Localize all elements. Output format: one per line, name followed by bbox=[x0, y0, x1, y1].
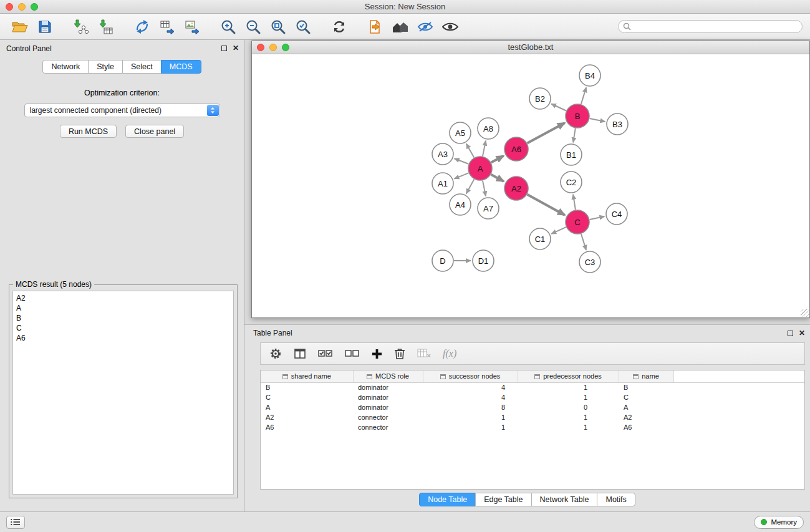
table-row[interactable]: A6connector11A6 bbox=[261, 422, 804, 432]
graph-node-D[interactable]: D bbox=[432, 250, 453, 271]
graph-node-A5[interactable]: A5 bbox=[450, 122, 471, 143]
close-table-panel-icon[interactable]: ✕ bbox=[799, 329, 805, 337]
refresh-button[interactable] bbox=[327, 17, 352, 37]
show-panels-button[interactable] bbox=[6, 516, 25, 529]
zoom-in-button[interactable] bbox=[216, 17, 241, 37]
delete-column-button[interactable] bbox=[394, 347, 405, 360]
delete-table-button[interactable] bbox=[417, 349, 431, 359]
close-panel-icon[interactable]: ✕ bbox=[233, 44, 239, 52]
mcds-result-item[interactable]: A bbox=[16, 303, 233, 313]
home-button[interactable] bbox=[388, 17, 413, 37]
graph-node-B2[interactable]: B2 bbox=[529, 88, 551, 109]
criterion-select[interactable]: largest connected component (directed) bbox=[24, 104, 220, 117]
minimize-window-button[interactable] bbox=[18, 3, 26, 11]
zoom-window-button[interactable] bbox=[31, 3, 38, 11]
export-image-button[interactable] bbox=[180, 17, 205, 37]
run-mcds-button[interactable]: Run MCDS bbox=[60, 125, 117, 138]
edge-A-A3[interactable] bbox=[455, 158, 469, 164]
import-table-button[interactable] bbox=[94, 17, 118, 37]
edge-A2-C[interactable] bbox=[528, 195, 565, 215]
table-row[interactable]: Cdominator41C bbox=[261, 392, 804, 402]
save-session-button[interactable] bbox=[32, 17, 57, 37]
table-row[interactable]: A2connector11A2 bbox=[261, 412, 804, 422]
zoom-fit-button[interactable] bbox=[266, 17, 291, 37]
table-row[interactable]: Bdominator41B bbox=[261, 382, 804, 392]
edge-A-A5[interactable] bbox=[466, 143, 474, 157]
column-header-predecessor-nodes[interactable]: predecessor nodes bbox=[518, 370, 619, 382]
network-close-button[interactable] bbox=[257, 44, 264, 51]
tab-select[interactable]: Select bbox=[122, 60, 162, 74]
function-builder-button[interactable]: f(x) bbox=[443, 348, 456, 359]
edge-A-A6[interactable] bbox=[491, 156, 504, 163]
graph-node-C3[interactable]: C3 bbox=[579, 251, 600, 273]
edge-A-A1[interactable] bbox=[455, 173, 469, 178]
edge-A6-B[interactable] bbox=[528, 123, 565, 143]
graph-node-A3[interactable]: A3 bbox=[432, 143, 453, 165]
tab-motifs[interactable]: Motifs bbox=[597, 493, 635, 506]
network-minimize-button[interactable] bbox=[269, 44, 277, 51]
edge-C-C2[interactable] bbox=[573, 195, 576, 210]
table-row[interactable]: Adominator80A bbox=[261, 402, 804, 412]
export-table-button[interactable] bbox=[155, 17, 180, 37]
column-header-shared-name[interactable]: shared name bbox=[261, 370, 353, 382]
resize-handle[interactable] bbox=[801, 309, 809, 317]
mcds-result-item[interactable]: A6 bbox=[16, 333, 233, 343]
select-all-rows-button[interactable] bbox=[318, 348, 333, 359]
graph-node-A2[interactable]: A2 bbox=[504, 177, 528, 200]
new-network-button[interactable] bbox=[130, 17, 155, 37]
search-box[interactable] bbox=[618, 20, 803, 33]
open-file-button[interactable] bbox=[7, 17, 32, 37]
deselect-all-rows-button[interactable] bbox=[345, 348, 360, 359]
graph-node-C[interactable]: C bbox=[566, 210, 589, 234]
edge-A-A4[interactable] bbox=[466, 180, 475, 194]
mcds-result-item[interactable]: C bbox=[16, 323, 233, 333]
graph-node-B4[interactable]: B4 bbox=[579, 65, 600, 86]
mcds-result-item[interactable]: B bbox=[16, 313, 233, 323]
zoom-selected-button[interactable] bbox=[291, 17, 316, 37]
float-panel-icon[interactable] bbox=[221, 46, 227, 51]
edge-A-A2[interactable] bbox=[491, 175, 504, 181]
edge-A-A8[interactable] bbox=[483, 141, 486, 157]
edge-B-B2[interactable] bbox=[551, 104, 566, 111]
graph-node-C1[interactable]: C1 bbox=[529, 228, 551, 249]
tab-node-table[interactable]: Node Table bbox=[419, 493, 476, 506]
float-table-panel-icon[interactable] bbox=[788, 331, 793, 336]
search-input[interactable] bbox=[634, 22, 798, 31]
tab-style[interactable]: Style bbox=[88, 60, 123, 74]
graph-node-C4[interactable]: C4 bbox=[606, 203, 627, 225]
tab-edge-table[interactable]: Edge Table bbox=[475, 493, 531, 506]
network-canvas[interactable]: B4B2BB3A8A5A6A3B1AC2A1A2A4A7C4CC1C3DD1 bbox=[252, 54, 809, 317]
hide-graphics-button[interactable] bbox=[413, 17, 438, 37]
column-header-name[interactable]: name bbox=[619, 370, 673, 382]
edge-A-A7[interactable] bbox=[483, 181, 486, 196]
column-header-successor-nodes[interactable]: successor nodes bbox=[423, 370, 518, 382]
graph-node-B1[interactable]: B1 bbox=[561, 144, 582, 165]
close-panel-button[interactable]: Close panel bbox=[125, 125, 184, 138]
close-window-button[interactable] bbox=[6, 3, 13, 11]
edge-C-C1[interactable] bbox=[551, 227, 566, 234]
mcds-result-list[interactable]: A2ABCA6 bbox=[12, 291, 234, 495]
column-header-MCDS-role[interactable]: MCDS role bbox=[353, 370, 423, 382]
graph-node-A8[interactable]: A8 bbox=[478, 118, 499, 139]
network-zoom-button[interactable] bbox=[282, 44, 289, 51]
graph-node-D1[interactable]: D1 bbox=[473, 250, 494, 271]
memory-button[interactable]: Memory bbox=[754, 516, 804, 529]
open-session-file-button[interactable] bbox=[363, 17, 388, 37]
show-graphics-button[interactable] bbox=[438, 17, 463, 37]
add-column-button[interactable] bbox=[372, 349, 382, 359]
graph-node-B3[interactable]: B3 bbox=[607, 114, 628, 135]
graph-node-A4[interactable]: A4 bbox=[450, 194, 471, 215]
tab-mcds[interactable]: MCDS bbox=[161, 60, 201, 74]
graph-node-A6[interactable]: A6 bbox=[504, 137, 528, 161]
edge-C-C3[interactable] bbox=[581, 234, 586, 250]
graph-node-B[interactable]: B bbox=[566, 104, 589, 128]
graph-node-A[interactable]: A bbox=[468, 157, 492, 180]
table-settings-button[interactable] bbox=[269, 347, 282, 360]
edge-C-C4[interactable] bbox=[590, 216, 605, 220]
tab-network[interactable]: Network bbox=[42, 60, 89, 74]
edge-B-B4[interactable] bbox=[581, 87, 586, 104]
mcds-result-item[interactable]: A2 bbox=[16, 293, 233, 303]
graph-node-A7[interactable]: A7 bbox=[478, 198, 499, 219]
graph-node-A1[interactable]: A1 bbox=[432, 173, 453, 194]
zoom-out-button[interactable] bbox=[241, 17, 266, 37]
